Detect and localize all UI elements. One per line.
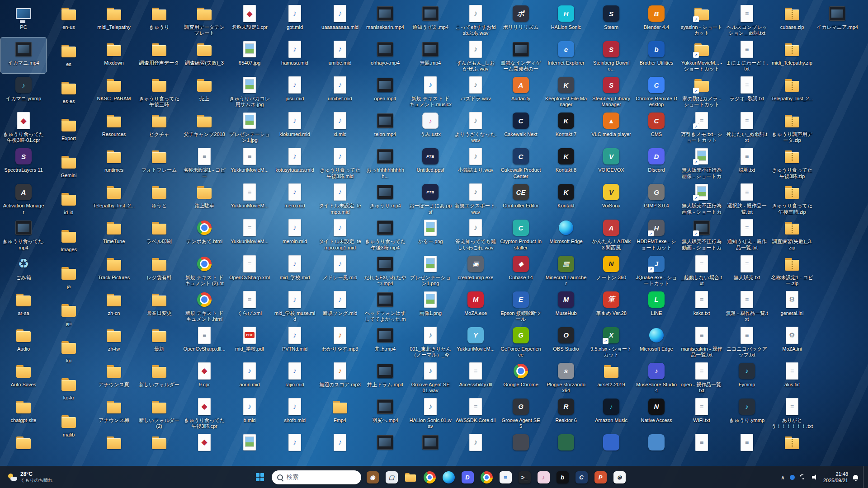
desktop-icon[interactable]: 筆筆まめ Ver.28 bbox=[589, 288, 634, 324]
taskbar-app-bandlab[interactable]: b bbox=[554, 469, 571, 485]
desktop-icon[interactable]: ♪gpt.mid bbox=[272, 2, 317, 38]
desktop-icon[interactable]: RReaktor 6 bbox=[543, 395, 589, 431]
desktop-icon[interactable]: SSteinberg Downlo... bbox=[589, 38, 634, 73]
desktop-icon[interactable]: ▲VLC media player bbox=[589, 109, 634, 145]
wifi-icon[interactable] bbox=[800, 474, 807, 480]
taskbar-app-chrome[interactable] bbox=[421, 469, 438, 485]
desktop-icon[interactable]: PTBおーぼーまにあ.ppsf bbox=[408, 180, 453, 216]
desktop-icon[interactable] bbox=[498, 431, 543, 466]
desktop-icon[interactable]: Microsoft Edge bbox=[634, 324, 679, 359]
taskbar-app-window-app[interactable]: ▢ bbox=[383, 469, 400, 485]
desktop-icon[interactable]: 孤独なインディゲーム開発者の一生... bbox=[498, 38, 543, 73]
desktop-icon[interactable]: Resources bbox=[91, 109, 137, 145]
desktop-icon[interactable]: 調査練習(失敗)_3.zip bbox=[769, 216, 815, 252]
desktop-icon[interactable]: TimeTune bbox=[91, 216, 137, 252]
desktop-icon[interactable]: きゅうり食ってた午後3時.zip bbox=[769, 145, 815, 180]
desktop-icon[interactable] bbox=[408, 431, 453, 466]
desktop-icon[interactable]: ≡名称未設定1 - コピー bbox=[182, 145, 227, 180]
desktop-icon[interactable]: ♪Fymmp bbox=[724, 359, 769, 395]
desktop-icon[interactable]: CCrypton Product Installer bbox=[498, 216, 543, 252]
desktop-icon[interactable]: ピクチャ bbox=[137, 109, 182, 145]
desktop-icon[interactable]: ◆ bbox=[182, 431, 227, 466]
tray-overflow-chevron-icon[interactable]: ∧ bbox=[781, 474, 785, 481]
desktop-icon[interactable]: 新規 テキスト ドキュメント.html bbox=[182, 288, 227, 324]
desktop-icon[interactable]: Mixdown bbox=[91, 38, 137, 73]
desktop-icon[interactable]: ♪uaaaaaaaaa.mid bbox=[317, 2, 363, 38]
desktop-icon[interactable]: ♪タイトル未設定, tempo.mid bbox=[317, 180, 363, 216]
desktop-icon[interactable]: ≡選択肢 - 親作品一覧.txt bbox=[724, 180, 769, 216]
desktop-icon[interactable]: 井上.mp4 bbox=[363, 324, 408, 359]
show-desktop-button[interactable] bbox=[863, 466, 865, 488]
desktop-icon[interactable]: ≡くらび.xml bbox=[227, 288, 272, 324]
desktop-icon[interactable]: Microsoft Edge bbox=[543, 216, 589, 252]
desktop-icon[interactable]: ⚙MoZA.ini bbox=[769, 324, 815, 359]
desktop-icon[interactable]: ≡YukkuriMovieM... bbox=[227, 216, 272, 252]
desktop-icon[interactable]: sPlogue sforzando x64 bbox=[543, 359, 589, 395]
desktop-icon[interactable]: Images bbox=[46, 224, 91, 261]
desktop-icon[interactable]: airset2-2019 bbox=[589, 359, 634, 395]
desktop-icon[interactable]: ♪新規 テキスト ドキュメント.musicxml bbox=[408, 73, 453, 109]
desktop-icon[interactable]: Auto Saves bbox=[1, 359, 46, 395]
desktop-icon[interactable]: 65407.jpg bbox=[227, 38, 272, 73]
desktop-icon[interactable]: ≡ bbox=[724, 431, 769, 466]
desktop-icon[interactable]: ♪jusu.mid bbox=[272, 73, 317, 109]
desktop-icon[interactable]: きゅうり食ってた午後3時.mp4 bbox=[363, 216, 408, 252]
desktop-icon[interactable]: Track Pictures bbox=[91, 252, 137, 288]
desktop-icon[interactable]: アナウンス梅 bbox=[91, 395, 137, 431]
desktop-icon[interactable] bbox=[769, 431, 815, 466]
taskbar-app-music-app[interactable]: ♪ bbox=[535, 469, 552, 485]
desktop-icon[interactable]: きゅうりバカコレ用サムネ.jpg bbox=[227, 73, 272, 109]
desktop-icon[interactable]: KKontakt 8 bbox=[543, 145, 589, 180]
desktop-icon[interactable]: 新しいフォルダー bbox=[137, 359, 182, 395]
desktop-icon[interactable]: chatgpt-site bbox=[1, 395, 46, 431]
desktop-icon[interactable]: AAudacity bbox=[498, 73, 543, 109]
desktop-icon[interactable]: ♻ごみ箱 bbox=[1, 252, 46, 288]
desktop-icon[interactable]: テンポあて.html bbox=[182, 216, 227, 252]
desktop-icon[interactable]: PTBUntitled.ppsf bbox=[408, 145, 453, 180]
desktop-icon[interactable]: 羽尻へ.mp4 bbox=[363, 395, 408, 431]
desktop-icon[interactable]: ♪mid_学校 muse.mid bbox=[272, 288, 317, 324]
taskbar-app-chatgpt[interactable]: ⊛ bbox=[611, 469, 627, 485]
desktop-icon[interactable]: ≡無人販売.txt bbox=[724, 252, 769, 288]
desktop-icon[interactable]: 路上駐車 bbox=[182, 180, 227, 216]
desktop-icon[interactable]: ja bbox=[46, 261, 91, 298]
desktop-icon[interactable]: SSteam bbox=[589, 2, 634, 38]
desktop-icon[interactable]: ♪新規エクスポート.wav bbox=[453, 180, 498, 216]
tray-app-icon[interactable] bbox=[790, 475, 795, 480]
desktop-icon[interactable]: ♪PVTNd.mid bbox=[272, 324, 317, 359]
desktop-icon[interactable]: ♪イカマニ.ymmp bbox=[1, 73, 46, 109]
desktop-icon[interactable]: ♪きゅうり.ymmp bbox=[724, 395, 769, 431]
desktop-icon[interactable]: きゅうり食ってた午後三時 bbox=[137, 73, 182, 109]
desktop-icon[interactable]: 井上ドラム.mp4 bbox=[363, 359, 408, 395]
desktop-icon[interactable]: ♪meroin.mid bbox=[272, 216, 317, 252]
desktop-icon[interactable]: 無題.mp4 bbox=[408, 38, 453, 73]
desktop-icon[interactable]: zh-tw bbox=[91, 324, 137, 359]
desktop-icon[interactable]: ♪rajio.mid bbox=[272, 359, 317, 395]
desktop-icon[interactable]: GGeForce Experience bbox=[498, 324, 543, 359]
desktop-icon[interactable]: ≡ksks.txt bbox=[679, 288, 724, 324]
desktop-icon[interactable] bbox=[589, 431, 634, 466]
desktop-icon[interactable]: HHALion Sonic bbox=[543, 2, 589, 38]
desktop-icon[interactable]: Audio bbox=[1, 324, 46, 359]
desktop-icon[interactable] bbox=[543, 431, 589, 466]
desktop-icon[interactable]: CCMS bbox=[634, 109, 679, 145]
desktop-icon[interactable]: CCakewalk Product Center bbox=[498, 145, 543, 180]
desktop-icon[interactable]: ≡maniseakrin - 親作品一覧.txt bbox=[679, 324, 724, 359]
desktop-icon[interactable]: EEpson 接続診断ツール bbox=[498, 288, 543, 324]
desktop-icon[interactable]: ♪タイトル未設定, tempo.orig1.mid bbox=[317, 216, 363, 252]
desktop-icon[interactable]: 売上 bbox=[182, 73, 227, 109]
desktop-icon[interactable]: ♪umibe.mid bbox=[317, 38, 363, 73]
desktop-icon[interactable]: ≡AWSSDK.Core.dll bbox=[453, 395, 498, 431]
desktop-icon[interactable]: X↗9.5.xlsx - ショートカット bbox=[589, 324, 634, 359]
desktop-icon[interactable]: ko-kr bbox=[46, 372, 91, 409]
desktop-icon[interactable]: 新しいフォルダー (2) bbox=[137, 395, 182, 431]
desktop-icon[interactable]: SSpectraLayers 11 bbox=[1, 145, 46, 180]
taskbar-app-file-explorer[interactable] bbox=[402, 469, 419, 485]
desktop-icon[interactable]: かるー.png bbox=[408, 216, 453, 252]
desktop-icon[interactable]: ♪ bbox=[272, 431, 317, 466]
desktop-icon[interactable]: ↗YukkuriMovieM... - ショートカット bbox=[679, 38, 724, 73]
desktop-icon[interactable]: es bbox=[46, 39, 91, 76]
desktop-icon[interactable]: ポポリリリリズム bbox=[498, 2, 543, 38]
desktop-icon[interactable]: malib bbox=[46, 409, 91, 446]
desktop-icon[interactable]: SSteinberg Library Manager bbox=[589, 73, 634, 109]
